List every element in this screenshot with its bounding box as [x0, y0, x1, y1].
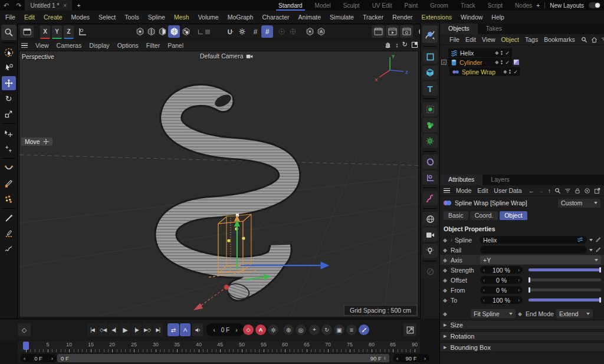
- axis-y-lock-button[interactable]: Y: [52, 25, 62, 39]
- increment-icon[interactable]: ›: [518, 287, 520, 293]
- render-view-icon[interactable]: [372, 25, 385, 38]
- menu-volume[interactable]: Volume: [198, 14, 219, 21]
- expand-icon[interactable]: ›: [451, 237, 452, 243]
- document-tab[interactable]: Untitled 1 * ×: [25, 0, 72, 11]
- render-to-picture-viewer-icon[interactable]: [386, 25, 399, 38]
- filter-icon[interactable]: [564, 188, 571, 194]
- key-scale-button[interactable]: ▣: [334, 324, 344, 335]
- subdivision-surface-icon[interactable]: [422, 102, 438, 116]
- tab-object[interactable]: Object: [500, 211, 527, 220]
- tab-objects[interactable]: Objects: [440, 24, 478, 34]
- decrement-icon[interactable]: ‹: [483, 297, 485, 303]
- scene-3d[interactable]: Y X Z: [19, 51, 418, 317]
- tab-takes[interactable]: Takes: [478, 24, 510, 34]
- next-key-button[interactable]: ▶◇: [142, 323, 152, 336]
- layout-tab-script[interactable]: Script: [488, 1, 503, 10]
- rail-link-field[interactable]: [480, 246, 587, 254]
- keyframe-dot-icon[interactable]: ◆: [518, 311, 523, 317]
- current-frame-field[interactable]: ‹ 0 F ›: [206, 323, 244, 336]
- playhead[interactable]: [23, 342, 29, 350]
- end-mode-dropdown[interactable]: Extend: [556, 309, 593, 318]
- preset-dropdown[interactable]: Custom: [558, 199, 600, 208]
- select-tool-icon[interactable]: [2, 61, 16, 75]
- render-settings-icon[interactable]: [400, 25, 413, 38]
- offset-slider[interactable]: [528, 278, 601, 281]
- axis-mode-icon[interactable]: [276, 25, 287, 38]
- decrement-icon[interactable]: ‹: [483, 287, 485, 293]
- mode-dropdown[interactable]: Fit Spline: [471, 309, 516, 318]
- tree-row-helix[interactable]: Helix ◆ ✓: [440, 48, 604, 57]
- move-tool-icon[interactable]: [2, 76, 16, 90]
- grid-icon[interactable]: #: [250, 25, 261, 38]
- vp-menu-display[interactable]: Display: [89, 42, 109, 49]
- layout-tab-model[interactable]: Model: [315, 1, 331, 10]
- picker-icon[interactable]: [595, 247, 601, 253]
- layout-tab-nodes[interactable]: Nodes: [515, 1, 532, 10]
- goto-start-button[interactable]: |◀: [87, 323, 97, 336]
- menu-mesh[interactable]: Mesh: [174, 14, 189, 21]
- range-end-field[interactable]: ‹ 90 F ›: [393, 354, 429, 362]
- visibility-dots-icon[interactable]: [509, 70, 511, 74]
- layout-tab-track[interactable]: Track: [461, 1, 475, 10]
- spline-pen-icon[interactable]: [422, 25, 438, 43]
- strength-spinner[interactable]: ‹ 100 % ›: [480, 266, 523, 274]
- chevron-down-icon[interactable]: [589, 239, 593, 241]
- prev-key-button[interactable]: ◇◀: [98, 323, 108, 336]
- increment-icon[interactable]: ›: [518, 297, 520, 303]
- menu-tools[interactable]: Tools: [124, 14, 139, 21]
- menu-file[interactable]: File: [5, 14, 15, 21]
- from-spinner[interactable]: ‹ 0 % ›: [480, 286, 523, 294]
- orbit-icon[interactable]: ↻: [402, 41, 408, 48]
- menu-character[interactable]: Character: [262, 14, 289, 21]
- volume-builder-icon[interactable]: [422, 118, 438, 132]
- menu-extensions[interactable]: Extensions: [422, 14, 452, 21]
- loop-mode-button[interactable]: ⇄: [168, 323, 179, 336]
- live-selection-icon[interactable]: [2, 45, 16, 60]
- snap-enable-icon[interactable]: U·: [225, 25, 236, 38]
- keyframe-dot-icon[interactable]: ◆: [443, 237, 448, 243]
- attributes-menu-icon[interactable]: [444, 188, 450, 194]
- camera-label[interactable]: Default Camera: [200, 53, 253, 60]
- objects-menu-edit[interactable]: Edit: [465, 36, 476, 43]
- picker-icon[interactable]: [595, 237, 601, 243]
- workplane-icon[interactable]: ∟: [195, 25, 212, 38]
- range-start-field[interactable]: ‹ 0 F ›: [20, 354, 57, 362]
- decrement-icon[interactable]: ‹: [483, 267, 485, 273]
- menu-simulate[interactable]: Simulate: [330, 14, 354, 21]
- shading-gouraud-icon[interactable]: [134, 25, 145, 38]
- keyframe-dot-icon[interactable]: ◆: [443, 311, 448, 317]
- close-icon[interactable]: ×: [63, 2, 67, 9]
- add-layout-button[interactable]: +: [536, 2, 540, 9]
- material-disabled-icon[interactable]: [422, 264, 438, 278]
- attr-menu-edit[interactable]: Edit: [477, 187, 488, 194]
- vp-menu-cameras[interactable]: Cameras: [57, 42, 82, 49]
- phong-tag-icon[interactable]: [514, 60, 519, 65]
- lock-icon[interactable]: [575, 188, 580, 194]
- tweak-move-icon[interactable]: [2, 126, 16, 140]
- menu-animate[interactable]: Animate: [298, 14, 321, 21]
- layout-toggle[interactable]: [589, 2, 600, 8]
- dec-icon[interactable]: ‹: [24, 355, 25, 362]
- layout-tab-groom[interactable]: Groom: [430, 1, 448, 10]
- menu-spline[interactable]: Spline: [148, 14, 165, 21]
- strength-slider[interactable]: [528, 268, 601, 271]
- keyframe-dot-icon[interactable]: ◆: [443, 247, 448, 253]
- sky-globe-icon[interactable]: [422, 212, 438, 226]
- dolly-icon[interactable]: ↕: [395, 41, 399, 48]
- decrement-icon[interactable]: ‹: [483, 277, 485, 283]
- key-parameter-button[interactable]: ≡: [346, 324, 357, 335]
- layout-tab-uvedit[interactable]: UV Edit: [372, 1, 392, 10]
- range-track[interactable]: 0 F 90 F ‖: [57, 354, 389, 362]
- autokey-button[interactable]: A: [255, 324, 266, 335]
- from-slider[interactable]: [528, 288, 601, 291]
- pan-hand-icon[interactable]: [384, 41, 392, 48]
- field-torus-icon[interactable]: [422, 155, 438, 169]
- model-mode-icon[interactable]: A: [316, 25, 326, 38]
- scale-tool-icon[interactable]: [2, 107, 16, 121]
- forward-icon[interactable]: →: [538, 187, 544, 194]
- vp-menu-options[interactable]: Options: [117, 42, 139, 49]
- menu-window[interactable]: Window: [461, 14, 482, 21]
- set-keyframe-button[interactable]: ◇: [18, 323, 31, 336]
- tab-coord[interactable]: Coord.: [470, 211, 498, 220]
- layout-tab-paint[interactable]: Paint: [405, 1, 418, 10]
